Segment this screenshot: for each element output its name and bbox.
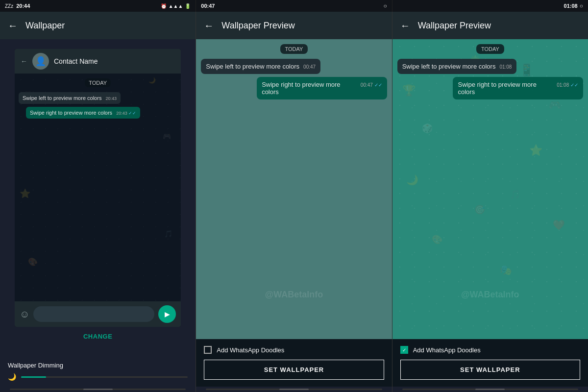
- msg-sent-time-p1: 20:43 ✓✓: [116, 111, 136, 116]
- preview2-bottom: ✓ Add WhatsApp Doodles SET WALLPAPER: [392, 339, 588, 387]
- msg-received-time-p1: 20:43: [105, 96, 117, 101]
- send-icon: ▶: [165, 310, 170, 318]
- preview1-chat-area: TODAY Swipe left to preview more colors …: [196, 39, 392, 339]
- chat-input-field[interactable]: [33, 306, 154, 322]
- watermark-p3: @WABetaInfo: [461, 290, 519, 300]
- status-icons-right: ○: [580, 2, 583, 9]
- main-panels: ← Wallpaper 📱 🎮 ⭐ 🎵 🎨 🌙 ←: [0, 12, 588, 392]
- preview1-msg-received-text: Swipe left to preview more colors: [206, 63, 299, 70]
- time-left: 20:44: [16, 3, 30, 9]
- circle-icon-center: ○: [383, 2, 387, 9]
- date-badge-p1: TODAY: [85, 78, 111, 87]
- preview1-ticks: ✓✓: [374, 82, 382, 88]
- checkbox-p3[interactable]: ✓: [400, 346, 408, 354]
- preview2-msg-sent-time: 01:08 ✓✓: [557, 82, 578, 88]
- msg-sent-text-p1: Swipe right to preview more colors: [30, 110, 112, 116]
- doodles-label-p3: Add WhatsApp Doodles: [413, 346, 481, 354]
- chat-messages-p1: TODAY Swipe left to preview more colors …: [15, 74, 181, 301]
- preview2-ticks: ✓✓: [570, 82, 578, 88]
- doodles-checkbox-p2[interactable]: Add WhatsApp Doodles: [204, 346, 384, 354]
- status-bar-left: ZZz 20:44 ⏰ ▲▲▲ 🔋: [0, 0, 196, 12]
- back-button-preview2[interactable]: ←: [400, 20, 410, 31]
- send-button[interactable]: ▶: [158, 305, 176, 323]
- doodle-p3-9: 🎨: [432, 234, 442, 245]
- preview1-bottom: Add WhatsApp Doodles SET WALLPAPER: [196, 339, 392, 387]
- preview1-date-badge: TODAY: [280, 44, 308, 54]
- preview2-title: Wallpaper Preview: [418, 21, 491, 31]
- status-bar-center: 00:47 ○: [196, 0, 392, 12]
- battery-icon: 🔋: [185, 3, 191, 9]
- preview1-msg-received-time: 00:47: [303, 64, 316, 70]
- checkbox-p2[interactable]: [204, 346, 212, 354]
- preview1-msg-sent: Swipe right to preview more colors 00:47…: [257, 77, 387, 99]
- appbar-preview2: ← Wallpaper Preview: [392, 12, 588, 39]
- dimming-slider[interactable]: 🌙: [8, 373, 188, 381]
- contact-avatar: 👤: [32, 53, 49, 70]
- doodle-p3-4: 🎵: [510, 189, 520, 200]
- preview2-msg-received: Swipe left to preview more colors 01:08: [397, 59, 517, 74]
- set-wallpaper-btn-p3[interactable]: SET WALLPAPER: [400, 360, 580, 380]
- wallpaper-content: 📱 🎮 ⭐ 🎵 🎨 🌙 ← 👤 Contact Name: [0, 39, 196, 356]
- emoji-button[interactable]: ☺: [20, 309, 29, 320]
- sleep-icon: ZZz: [5, 3, 13, 9]
- signal-icon: ▲▲▲: [169, 3, 183, 9]
- msg-received-text-p1: Swipe left to preview more colors: [23, 95, 101, 101]
- doodle-p3-8: 🌙: [406, 174, 418, 186]
- preview2-date-badge: TODAY: [476, 44, 504, 54]
- moon-icon: 🌙: [8, 373, 16, 381]
- preview2-messages: TODAY Swipe left to preview more colors …: [392, 39, 588, 104]
- scrollbar-p2: [206, 389, 382, 390]
- msg-sent-p1: Swipe right to preview more colors 20:43…: [26, 107, 140, 119]
- appbar-preview1: ← Wallpaper Preview: [196, 12, 392, 39]
- alarm-icon: ⏰: [161, 3, 167, 9]
- preview1-msg-received: Swipe left to preview more colors 00:47: [201, 59, 320, 74]
- back-button-wallpaper[interactable]: ←: [8, 20, 18, 31]
- preview2-msg-sent-text: Swipe right to preview more colors: [458, 81, 553, 96]
- appbar-wallpaper: ← Wallpaper: [0, 12, 196, 39]
- watermark-p2: @WABetaInfo: [265, 290, 323, 300]
- preview2-chat-area: 📱 🎮 ⭐ 🎵 ❤️ 🏆 🎲 🌙 🎨 🎭 🌟 🎯 TODAY Swipe lef…: [392, 39, 588, 339]
- change-button[interactable]: CHANGE: [83, 327, 112, 346]
- status-bar: ZZz 20:44 ⏰ ▲▲▲ 🔋 00:47 ○ 01:08 ○: [0, 0, 588, 12]
- set-wallpaper-btn-p2[interactable]: SET WALLPAPER: [204, 360, 384, 380]
- doodles-checkbox-p3[interactable]: ✓ Add WhatsApp Doodles: [400, 346, 580, 354]
- preview1-msg-sent-text: Swipe right to preview more colors: [262, 81, 357, 96]
- time-right: 01:08: [564, 3, 578, 9]
- panel-preview-1: ← Wallpaper Preview TODAY Swipe left to …: [196, 12, 392, 392]
- scrollbar-p1: [10, 389, 186, 390]
- circle-icon-right: ○: [580, 2, 583, 9]
- scrollbar-thumb-p3: [475, 389, 505, 390]
- checkmark-p3: ✓: [402, 347, 406, 353]
- preview2-msg-sent: Swipe right to preview more colors 01:08…: [453, 77, 583, 99]
- dimming-section: Wallpaper Dimming 🌙: [0, 356, 196, 387]
- chat-inner: ← 👤 Contact Name TODAY Swipe left to pre…: [15, 49, 181, 327]
- msg-received-p1: Swipe left to preview more colors 20:43: [19, 92, 121, 104]
- chat-input-bar: ☺ ▶: [15, 301, 181, 327]
- doodle-p3-3: ⭐: [529, 144, 542, 157]
- slider-track[interactable]: [21, 376, 188, 378]
- preview2-msg-received-time: 01:08: [499, 64, 512, 70]
- panel-wallpaper: ← Wallpaper 📱 🎮 ⭐ 🎵 🎨 🌙 ←: [0, 12, 196, 392]
- panel-preview-2: ← Wallpaper Preview 📱 🎮 ⭐ 🎵 ❤️ 🏆 🎲 🌙 🎨 🎭…: [392, 12, 588, 392]
- doodle-p3-10: 🎭: [500, 264, 512, 276]
- contact-name: Contact Name: [54, 57, 98, 65]
- contact-header: ← 👤 Contact Name: [15, 49, 181, 74]
- preview1-title: Wallpaper Preview: [221, 21, 294, 31]
- preview1-messages: TODAY Swipe left to preview more colors …: [196, 39, 392, 104]
- status-icons-left: ⏰ ▲▲▲ 🔋: [161, 3, 191, 9]
- wallpaper-title: Wallpaper: [25, 21, 65, 31]
- doodle-p3-5: ❤️: [553, 219, 565, 231]
- doodles-label-p2: Add WhatsApp Doodles: [217, 346, 284, 354]
- chat-preview: 📱 🎮 ⭐ 🎵 🎨 🌙 ← 👤 Contact Name: [15, 49, 181, 327]
- msg-ticks-p1: ✓✓: [128, 111, 136, 116]
- slider-fill: [21, 376, 46, 378]
- time-center: 00:47: [201, 3, 215, 9]
- status-bar-right: 01:08 ○: [392, 0, 588, 12]
- scrollbar-thumb-p2: [279, 389, 309, 390]
- avatar-icon: 👤: [35, 56, 46, 67]
- chat-back-icon[interactable]: ←: [21, 57, 27, 65]
- doodle-p3-7: 🎲: [422, 123, 433, 134]
- preview1-msg-sent-time: 00:47 ✓✓: [361, 82, 382, 88]
- scrollbar-p3: [402, 389, 578, 390]
- back-button-preview1[interactable]: ←: [204, 20, 214, 31]
